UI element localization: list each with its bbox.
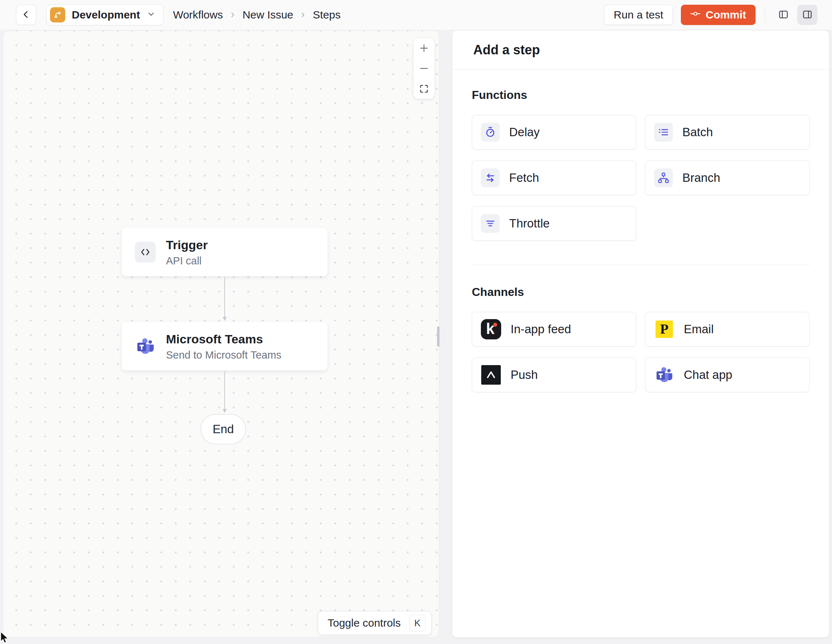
step-card-in-app-feed[interactable]: k In-app feed xyxy=(472,312,636,347)
step-card-chat-app[interactable]: Chat app xyxy=(645,358,810,392)
panel-header: Add a step xyxy=(452,30,829,70)
step-card-label: Branch xyxy=(682,171,720,185)
node-trigger-title: Trigger xyxy=(166,237,208,253)
expo-logo-icon xyxy=(481,365,501,385)
step-card-label: In-app feed xyxy=(510,322,571,336)
step-card-label: Throttle xyxy=(509,217,550,230)
node-trigger[interactable]: Trigger API call xyxy=(122,228,328,276)
step-card-email[interactable]: P Email xyxy=(645,312,810,347)
add-step-panel: Add a step Functions Delay xyxy=(452,30,829,638)
step-card-label: Fetch xyxy=(509,171,539,185)
knock-logo-icon: k xyxy=(481,319,501,339)
swap-arrows-icon xyxy=(481,168,500,187)
sitemap-icon xyxy=(654,168,673,187)
node-microsoft-teams[interactable]: Microsoft Teams Send to Microsoft Teams xyxy=(122,322,328,371)
zoom-out-button[interactable] xyxy=(413,58,435,78)
step-card-label: Batch xyxy=(682,125,713,139)
git-branch-icon xyxy=(50,7,65,22)
edge-teams-to-end xyxy=(222,371,227,413)
stopwatch-icon xyxy=(481,123,500,142)
step-card-label: Chat app xyxy=(684,368,732,382)
channels-section: Channels k In-app feed P Email xyxy=(472,265,810,392)
node-end[interactable]: End xyxy=(200,414,246,444)
breadcrumb-new-issue[interactable]: New Issue xyxy=(242,9,293,21)
node-teams-title: Microsoft Teams xyxy=(166,331,282,347)
toggle-left-panel-button[interactable] xyxy=(773,5,794,25)
fit-view-button[interactable] xyxy=(413,78,435,99)
back-button[interactable] xyxy=(16,5,36,25)
funnel-lines-icon xyxy=(481,214,500,233)
step-card-branch[interactable]: Branch xyxy=(645,160,810,195)
functions-heading: Functions xyxy=(472,88,810,102)
run-a-test-button[interactable]: Run a test xyxy=(604,5,673,25)
step-card-push[interactable]: Push xyxy=(472,358,636,392)
breadcrumb: Workflows New Issue Steps xyxy=(173,9,341,21)
node-trigger-subtitle: API call xyxy=(166,255,208,267)
step-card-throttle[interactable]: Throttle xyxy=(472,206,636,241)
step-card-label: Push xyxy=(510,368,538,382)
zoom-in-button[interactable] xyxy=(413,38,435,58)
list-icon xyxy=(654,123,673,142)
step-card-fetch[interactable]: Fetch xyxy=(472,160,636,195)
breadcrumb-separator-icon xyxy=(229,11,237,19)
functions-section: Functions Delay xyxy=(472,88,810,241)
toggle-right-panel-button[interactable] xyxy=(797,5,818,25)
commit-icon xyxy=(690,9,701,21)
node-teams-subtitle: Send to Microsoft Teams xyxy=(166,349,282,361)
step-card-label: Email xyxy=(684,322,714,336)
code-icon xyxy=(135,241,156,263)
edge-trigger-to-teams xyxy=(222,277,227,321)
step-card-label: Delay xyxy=(509,125,539,139)
commit-button-label: Commit xyxy=(706,9,746,21)
microsoft-teams-icon xyxy=(654,365,674,385)
keyboard-shortcut-badge: K xyxy=(410,615,426,631)
channels-heading: Channels xyxy=(472,285,810,299)
microsoft-teams-icon xyxy=(135,336,156,357)
postmark-logo-icon: P xyxy=(654,319,674,339)
toggle-controls-button[interactable]: Toggle controls K xyxy=(318,611,432,635)
right-panel-icon xyxy=(802,9,813,21)
zoom-controls xyxy=(413,38,435,99)
panel-title: Add a step xyxy=(473,42,540,58)
workflow-canvas[interactable]: Trigger API call Microsoft Teams Send to… xyxy=(3,30,439,638)
step-card-batch[interactable]: Batch xyxy=(645,115,810,150)
top-toolbar: Development Workflows New Issue Steps Ru… xyxy=(0,0,832,30)
left-panel-icon xyxy=(778,9,789,21)
chevron-left-icon xyxy=(21,10,31,21)
environment-label: Development xyxy=(72,9,140,21)
chevron-down-icon xyxy=(146,10,156,20)
breadcrumb-separator-icon xyxy=(299,11,307,19)
toggle-controls-label: Toggle controls xyxy=(328,617,401,629)
mouse-cursor xyxy=(0,632,10,644)
commit-button[interactable]: Commit xyxy=(681,5,755,25)
canvas-scrollbar-thumb[interactable] xyxy=(437,326,440,347)
breadcrumb-steps[interactable]: Steps xyxy=(313,9,341,21)
toolbar-divider xyxy=(765,7,765,22)
environment-selector[interactable]: Development xyxy=(46,4,163,26)
breadcrumb-workflows[interactable]: Workflows xyxy=(173,9,223,21)
step-card-delay[interactable]: Delay xyxy=(472,115,636,150)
